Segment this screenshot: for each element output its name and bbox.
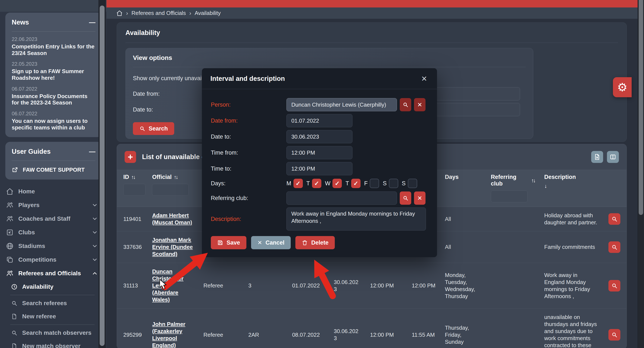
add-interval-button[interactable]: + <box>124 151 136 163</box>
referring-club-input[interactable] <box>286 192 397 205</box>
faw-comet-support-link[interactable]: FAW COMET SUPPORT <box>12 166 96 173</box>
person-search-button[interactable] <box>400 98 411 111</box>
search-button[interactable]: Search <box>133 122 174 135</box>
view-options-title: View options <box>133 54 526 61</box>
day-checkbox[interactable] <box>370 179 379 188</box>
users-icon <box>6 215 14 223</box>
sidebar-divider <box>10 324 94 325</box>
cell-referring_club <box>484 263 538 308</box>
sidebar-item-new-referee[interactable]: New referee <box>0 310 106 323</box>
sidebar-divider <box>10 295 94 295</box>
save-button[interactable]: Save <box>211 236 246 249</box>
official-link[interactable]: Duncan Christopher Lewis (Aberdare Wales… <box>152 268 183 303</box>
day-option: M✓ <box>286 179 303 188</box>
sidebar-item-search-match-observers[interactable]: Search match observers <box>0 326 106 339</box>
sidebar-item-availability[interactable]: Availability <box>0 280 106 293</box>
breadcrumb-item[interactable]: Referees and Officials <box>132 10 186 17</box>
sidebar-item-players[interactable]: Players <box>0 198 106 212</box>
columns-button[interactable] <box>607 151 619 163</box>
collapse-icon[interactable]: — <box>89 148 96 155</box>
column-header-id[interactable]: ID↑↓ <box>117 170 146 207</box>
close-icon[interactable]: ✕ <box>420 74 429 83</box>
row-detail-button[interactable] <box>608 329 620 340</box>
day-checkbox[interactable]: ✓ <box>351 179 360 188</box>
sidebar-item-home[interactable]: Home <box>0 185 106 198</box>
sidebar-scrollbar-thumb[interactable] <box>100 6 104 346</box>
delete-button-label: Delete <box>311 239 328 246</box>
sidebar-item-referees-and-officials[interactable]: Referees and Officials <box>0 267 106 280</box>
news-item[interactable]: 06.07.2022Insurance Policy Documents for… <box>12 86 96 106</box>
person-input[interactable]: Duncan Christopher Lewis (Caerphilly) <box>286 98 397 111</box>
sidebar-item-label: Availability <box>22 283 98 290</box>
sidebar-item-clubs[interactable]: Clubs <box>0 226 106 239</box>
description-textarea[interactable]: Work away in England Monday mornings to … <box>286 208 426 231</box>
cancel-button[interactable]: ✕ Cancel <box>251 236 291 249</box>
column-header-referring-club[interactable]: Referring club↑↓ <box>484 170 538 207</box>
news-item[interactable]: 22.06.2023Competition Entry Links for th… <box>12 36 96 56</box>
modal-date-to-label: Date to: <box>211 133 286 140</box>
row-detail-button[interactable] <box>608 213 620 225</box>
modal-date-to-input[interactable]: 30.06.2023 <box>286 130 352 143</box>
news-item-title[interactable]: You can now assign users to specific tea… <box>12 118 96 131</box>
page-title: Availability <box>126 29 618 37</box>
settings-gear-button[interactable]: ⚙ <box>613 77 632 97</box>
day-checkbox[interactable] <box>389 179 398 188</box>
news-item[interactable]: 06.07.2022You can now assign users to sp… <box>12 111 96 131</box>
news-item-title[interactable]: Competition Entry Links for the 23/24 Se… <box>12 43 96 56</box>
sidebar-item-new-match-observer[interactable]: New match observer <box>0 339 106 348</box>
divider <box>126 43 618 43</box>
breadcrumb-separator: › <box>189 10 191 17</box>
trash-icon <box>302 240 308 246</box>
day-checkbox[interactable]: ✓ <box>294 179 303 188</box>
row-detail-button[interactable] <box>608 241 620 253</box>
home-icon <box>6 188 14 195</box>
sidebar-scrollbar[interactable] <box>98 0 106 348</box>
day-checkbox[interactable] <box>408 179 417 188</box>
home-icon[interactable] <box>116 10 123 17</box>
page-scrollbar[interactable] <box>638 0 644 348</box>
referring-club-search-button[interactable] <box>400 192 411 205</box>
day-option: S <box>383 179 398 188</box>
news-item-title[interactable]: Sign up to an FAW Summer Roadshow here! <box>12 68 96 81</box>
official-link[interactable]: Adam Herbert (Muscat Oman) <box>152 212 192 226</box>
cell-actions <box>602 308 626 348</box>
day-checkbox[interactable]: ✓ <box>312 179 321 188</box>
sort-icon[interactable]: ↑↓ <box>531 178 535 184</box>
column-header-official[interactable]: Official↑↓ <box>146 170 197 207</box>
sidebar-item-label: Home <box>18 188 98 195</box>
day-option: T✓ <box>306 179 322 188</box>
sidebar-item-search-referees[interactable]: Search referees <box>0 297 106 310</box>
time-to-input[interactable]: 12:00 PM <box>286 162 352 175</box>
official-link[interactable]: Jonathan Mark Ervine (Dundee Scotland) <box>152 237 193 257</box>
time-from-input[interactable]: 12:00 PM <box>286 146 352 159</box>
cell-description: unavailable on thursdays and fridays and… <box>538 308 602 348</box>
sidebar-item-competitions[interactable]: Competitions <box>0 253 106 267</box>
time-to-sort-arrow[interactable]: ↓ <box>544 183 547 189</box>
export-excel-button[interactable] <box>591 151 603 163</box>
collapse-icon[interactable]: — <box>89 19 96 26</box>
column-filter-input[interactable] <box>123 184 146 196</box>
modal-date-from-input[interactable]: 01.07.2022 <box>286 114 352 127</box>
row-detail-button[interactable] <box>608 280 620 291</box>
sidebar-top-strip <box>0 0 106 12</box>
copy-icon <box>6 256 14 264</box>
sidebar-item-coaches-and-staff[interactable]: Coaches and Staff <box>0 212 106 226</box>
sidebar-item-stadiums[interactable]: Stadiums <box>0 239 106 253</box>
person-clear-button[interactable]: ✕ <box>414 98 426 111</box>
cell-time_to: 12:00 PM <box>405 263 438 308</box>
day-checkbox[interactable]: ✓ <box>332 179 342 188</box>
column-filter-input[interactable] <box>152 184 189 196</box>
column-header-11 <box>602 170 626 207</box>
referring-club-clear-button[interactable]: ✕ <box>414 192 426 205</box>
column-header-label: Description <box>544 174 599 181</box>
page-scrollbar-thumb[interactable] <box>639 0 643 215</box>
delete-button[interactable]: Delete <box>296 236 335 249</box>
news-item[interactable]: 22.05.2023Sign up to an FAW Summer Roads… <box>12 61 96 81</box>
days-label: Days: <box>211 180 286 187</box>
day-letter: T <box>306 180 310 187</box>
news-item-title[interactable]: Insurance Policy Documents for the 2023-… <box>12 93 96 106</box>
official-link[interactable]: John Palmer (Fazakerley Liverpool Englan… <box>152 321 185 348</box>
sort-icon[interactable]: ↑↓ <box>174 174 178 180</box>
sort-icon[interactable]: ↑↓ <box>131 174 135 180</box>
column-filter-input[interactable] <box>491 191 528 202</box>
